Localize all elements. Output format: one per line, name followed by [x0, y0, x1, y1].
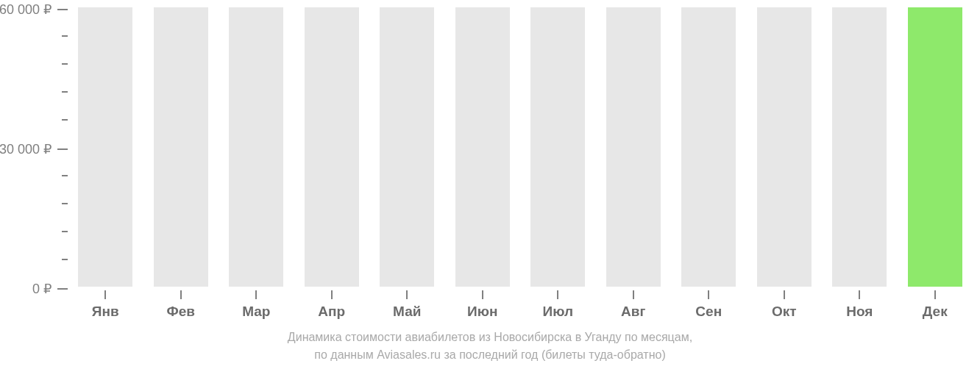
- x-tick: Июл: [520, 290, 596, 320]
- bar-slot-jul: [520, 7, 596, 287]
- x-tick: Фев: [143, 290, 219, 320]
- tick-mark: [57, 148, 68, 150]
- month-label: Июн: [467, 304, 497, 320]
- month-label: Авг: [621, 304, 645, 320]
- y-minor-tick: [62, 259, 68, 260]
- month-label: Окт: [772, 304, 797, 320]
- chart-subtitle: по данным Aviasales.ru за последний год …: [0, 348, 980, 362]
- tick-mark: [784, 290, 785, 299]
- x-tick: Май: [369, 290, 445, 320]
- bar-slot-apr: [294, 7, 370, 287]
- x-tick: Окт: [747, 290, 823, 320]
- month-label: Мар: [242, 304, 270, 320]
- bar-slot-dec: [898, 7, 973, 287]
- y-axis: 60 000 ₽ 30 000 ₽ 0 ₽: [0, 0, 68, 294]
- chart-title: Динамика стоимости авиабилетов из Новоси…: [0, 331, 980, 344]
- tick-mark: [255, 290, 257, 299]
- bar-slot-may: [369, 7, 445, 287]
- plot-area: [68, 7, 973, 287]
- y-tick-label: 30 000 ₽: [0, 141, 52, 157]
- y-tick-label: 0 ₽: [32, 281, 52, 297]
- y-minor-tick: [62, 35, 68, 37]
- price-chart: { "chart_data": { "type": "bar", "catego…: [0, 0, 980, 369]
- tick-mark: [557, 290, 558, 299]
- tick-mark: [934, 290, 936, 299]
- tick-mark: [57, 9, 68, 10]
- bar-slot-jan: [68, 7, 143, 287]
- bar-data-dec: [908, 7, 962, 287]
- bar-placeholder: [380, 7, 434, 287]
- bar-placeholder: [78, 7, 132, 287]
- month-label: Сен: [695, 304, 722, 320]
- bar-placeholder: [530, 7, 585, 287]
- month-label: Июл: [543, 304, 573, 320]
- y-minor-tick: [62, 91, 68, 93]
- bar-slot-jun: [445, 7, 521, 287]
- bar-placeholder: [455, 7, 510, 287]
- bar-placeholder: [229, 7, 283, 287]
- x-tick: Сен: [671, 290, 747, 320]
- tick-mark: [633, 290, 634, 299]
- bar-slot-nov: [822, 7, 898, 287]
- bar-placeholder: [832, 7, 887, 287]
- tick-mark: [482, 290, 483, 299]
- bars-row: [68, 7, 973, 287]
- month-label: Ноя: [846, 304, 873, 320]
- bar-slot-mar: [219, 7, 294, 287]
- month-label: Янв: [92, 304, 119, 320]
- month-label: Апр: [318, 304, 345, 320]
- y-minor-tick: [62, 63, 68, 65]
- bar-placeholder: [757, 7, 812, 287]
- bar-placeholder: [305, 7, 359, 287]
- bar-slot-sep: [671, 7, 747, 287]
- bar-placeholder: [681, 7, 736, 287]
- bar-placeholder: [154, 7, 208, 287]
- tick-mark: [180, 290, 182, 299]
- x-tick: Дек: [898, 290, 973, 320]
- month-label: Дек: [923, 304, 948, 320]
- tick-mark: [859, 290, 860, 299]
- y-minor-tick: [62, 119, 68, 121]
- y-tick-label: 60 000 ₽: [0, 1, 52, 18]
- x-tick: Ноя: [822, 290, 898, 320]
- bar-slot-aug: [596, 7, 672, 287]
- bar-slot-oct: [747, 7, 823, 287]
- x-tick: Авг: [596, 290, 672, 320]
- y-tick-60000: 60 000 ₽: [0, 1, 68, 18]
- bar-placeholder: [606, 7, 661, 287]
- y-minor-tick: [62, 231, 68, 232]
- tick-mark: [57, 288, 68, 290]
- y-minor-tick: [62, 175, 68, 176]
- month-label: Май: [393, 304, 421, 320]
- x-tick: Мар: [219, 290, 294, 320]
- x-tick: Янв: [68, 290, 143, 320]
- x-axis: Янв Фев Мар Апр Май Июн Июл Авг Сен Окт …: [68, 290, 973, 320]
- y-tick-0: 0 ₽: [32, 281, 68, 297]
- tick-mark: [104, 290, 106, 299]
- x-tick: Апр: [294, 290, 370, 320]
- y-tick-30000: 30 000 ₽: [0, 141, 68, 157]
- tick-mark: [331, 290, 333, 299]
- tick-mark: [406, 290, 408, 299]
- y-minor-tick: [62, 203, 68, 204]
- tick-mark: [708, 290, 709, 299]
- bar-slot-feb: [143, 7, 219, 287]
- month-label: Фев: [167, 304, 195, 320]
- x-tick: Июн: [445, 290, 521, 320]
